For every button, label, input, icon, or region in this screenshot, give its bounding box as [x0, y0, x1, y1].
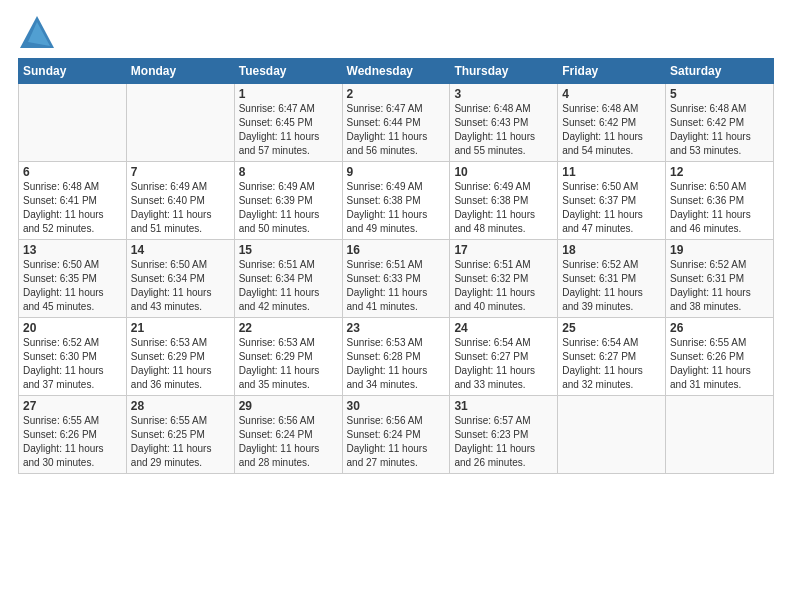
- calendar-cell: 19Sunrise: 6:52 AM Sunset: 6:31 PM Dayli…: [666, 240, 774, 318]
- calendar-cell: 17Sunrise: 6:51 AM Sunset: 6:32 PM Dayli…: [450, 240, 558, 318]
- day-number: 10: [454, 165, 553, 179]
- calendar-cell: 14Sunrise: 6:50 AM Sunset: 6:34 PM Dayli…: [126, 240, 234, 318]
- cell-info: Sunrise: 6:48 AM Sunset: 6:43 PM Dayligh…: [454, 102, 553, 158]
- day-number: 16: [347, 243, 446, 257]
- cell-info: Sunrise: 6:52 AM Sunset: 6:30 PM Dayligh…: [23, 336, 122, 392]
- cell-info: Sunrise: 6:49 AM Sunset: 6:38 PM Dayligh…: [347, 180, 446, 236]
- day-number: 26: [670, 321, 769, 335]
- logo-icon: [18, 14, 56, 52]
- cell-info: Sunrise: 6:55 AM Sunset: 6:26 PM Dayligh…: [670, 336, 769, 392]
- cell-info: Sunrise: 6:48 AM Sunset: 6:42 PM Dayligh…: [562, 102, 661, 158]
- cell-info: Sunrise: 6:49 AM Sunset: 6:39 PM Dayligh…: [239, 180, 338, 236]
- calendar-cell: [558, 396, 666, 474]
- calendar-cell: 6Sunrise: 6:48 AM Sunset: 6:41 PM Daylig…: [19, 162, 127, 240]
- day-number: 30: [347, 399, 446, 413]
- header: [18, 10, 774, 52]
- cell-info: Sunrise: 6:49 AM Sunset: 6:40 PM Dayligh…: [131, 180, 230, 236]
- calendar-cell: 20Sunrise: 6:52 AM Sunset: 6:30 PM Dayli…: [19, 318, 127, 396]
- day-number: 19: [670, 243, 769, 257]
- cell-info: Sunrise: 6:51 AM Sunset: 6:34 PM Dayligh…: [239, 258, 338, 314]
- header-row: SundayMondayTuesdayWednesdayThursdayFrid…: [19, 59, 774, 84]
- day-number: 3: [454, 87, 553, 101]
- calendar-cell: 26Sunrise: 6:55 AM Sunset: 6:26 PM Dayli…: [666, 318, 774, 396]
- day-number: 2: [347, 87, 446, 101]
- calendar-cell: 10Sunrise: 6:49 AM Sunset: 6:38 PM Dayli…: [450, 162, 558, 240]
- day-number: 5: [670, 87, 769, 101]
- calendar-cell: [666, 396, 774, 474]
- day-number: 31: [454, 399, 553, 413]
- calendar-cell: 28Sunrise: 6:55 AM Sunset: 6:25 PM Dayli…: [126, 396, 234, 474]
- calendar-cell: 30Sunrise: 6:56 AM Sunset: 6:24 PM Dayli…: [342, 396, 450, 474]
- calendar-cell: 18Sunrise: 6:52 AM Sunset: 6:31 PM Dayli…: [558, 240, 666, 318]
- day-number: 14: [131, 243, 230, 257]
- calendar-cell: 23Sunrise: 6:53 AM Sunset: 6:28 PM Dayli…: [342, 318, 450, 396]
- cell-info: Sunrise: 6:57 AM Sunset: 6:23 PM Dayligh…: [454, 414, 553, 470]
- calendar-cell: 4Sunrise: 6:48 AM Sunset: 6:42 PM Daylig…: [558, 84, 666, 162]
- calendar-cell: 11Sunrise: 6:50 AM Sunset: 6:37 PM Dayli…: [558, 162, 666, 240]
- calendar-cell: [126, 84, 234, 162]
- day-number: 23: [347, 321, 446, 335]
- day-number: 15: [239, 243, 338, 257]
- cell-info: Sunrise: 6:51 AM Sunset: 6:33 PM Dayligh…: [347, 258, 446, 314]
- calendar-cell: 12Sunrise: 6:50 AM Sunset: 6:36 PM Dayli…: [666, 162, 774, 240]
- cell-info: Sunrise: 6:50 AM Sunset: 6:35 PM Dayligh…: [23, 258, 122, 314]
- day-number: 6: [23, 165, 122, 179]
- day-number: 21: [131, 321, 230, 335]
- cell-info: Sunrise: 6:55 AM Sunset: 6:25 PM Dayligh…: [131, 414, 230, 470]
- calendar-cell: 27Sunrise: 6:55 AM Sunset: 6:26 PM Dayli…: [19, 396, 127, 474]
- calendar-week-row: 1Sunrise: 6:47 AM Sunset: 6:45 PM Daylig…: [19, 84, 774, 162]
- cell-info: Sunrise: 6:52 AM Sunset: 6:31 PM Dayligh…: [670, 258, 769, 314]
- logo: [18, 14, 58, 52]
- day-header: Wednesday: [342, 59, 450, 84]
- calendar-cell: 13Sunrise: 6:50 AM Sunset: 6:35 PM Dayli…: [19, 240, 127, 318]
- day-number: 22: [239, 321, 338, 335]
- day-number: 20: [23, 321, 122, 335]
- calendar-cell: 1Sunrise: 6:47 AM Sunset: 6:45 PM Daylig…: [234, 84, 342, 162]
- day-number: 4: [562, 87, 661, 101]
- cell-info: Sunrise: 6:56 AM Sunset: 6:24 PM Dayligh…: [239, 414, 338, 470]
- day-number: 11: [562, 165, 661, 179]
- calendar-cell: 22Sunrise: 6:53 AM Sunset: 6:29 PM Dayli…: [234, 318, 342, 396]
- day-header: Friday: [558, 59, 666, 84]
- day-number: 24: [454, 321, 553, 335]
- cell-info: Sunrise: 6:52 AM Sunset: 6:31 PM Dayligh…: [562, 258, 661, 314]
- day-header: Sunday: [19, 59, 127, 84]
- cell-info: Sunrise: 6:51 AM Sunset: 6:32 PM Dayligh…: [454, 258, 553, 314]
- calendar-cell: 21Sunrise: 6:53 AM Sunset: 6:29 PM Dayli…: [126, 318, 234, 396]
- cell-info: Sunrise: 6:50 AM Sunset: 6:34 PM Dayligh…: [131, 258, 230, 314]
- cell-info: Sunrise: 6:48 AM Sunset: 6:42 PM Dayligh…: [670, 102, 769, 158]
- day-number: 27: [23, 399, 122, 413]
- calendar-cell: [19, 84, 127, 162]
- calendar-week-row: 6Sunrise: 6:48 AM Sunset: 6:41 PM Daylig…: [19, 162, 774, 240]
- day-number: 17: [454, 243, 553, 257]
- cell-info: Sunrise: 6:50 AM Sunset: 6:37 PM Dayligh…: [562, 180, 661, 236]
- cell-info: Sunrise: 6:50 AM Sunset: 6:36 PM Dayligh…: [670, 180, 769, 236]
- day-number: 9: [347, 165, 446, 179]
- cell-info: Sunrise: 6:53 AM Sunset: 6:29 PM Dayligh…: [239, 336, 338, 392]
- cell-info: Sunrise: 6:54 AM Sunset: 6:27 PM Dayligh…: [454, 336, 553, 392]
- day-number: 7: [131, 165, 230, 179]
- calendar-cell: 2Sunrise: 6:47 AM Sunset: 6:44 PM Daylig…: [342, 84, 450, 162]
- cell-info: Sunrise: 6:47 AM Sunset: 6:44 PM Dayligh…: [347, 102, 446, 158]
- cell-info: Sunrise: 6:56 AM Sunset: 6:24 PM Dayligh…: [347, 414, 446, 470]
- page: SundayMondayTuesdayWednesdayThursdayFrid…: [0, 0, 792, 612]
- day-number: 29: [239, 399, 338, 413]
- calendar-cell: 9Sunrise: 6:49 AM Sunset: 6:38 PM Daylig…: [342, 162, 450, 240]
- cell-info: Sunrise: 6:55 AM Sunset: 6:26 PM Dayligh…: [23, 414, 122, 470]
- cell-info: Sunrise: 6:48 AM Sunset: 6:41 PM Dayligh…: [23, 180, 122, 236]
- cell-info: Sunrise: 6:47 AM Sunset: 6:45 PM Dayligh…: [239, 102, 338, 158]
- calendar-table: SundayMondayTuesdayWednesdayThursdayFrid…: [18, 58, 774, 474]
- calendar-cell: 15Sunrise: 6:51 AM Sunset: 6:34 PM Dayli…: [234, 240, 342, 318]
- cell-info: Sunrise: 6:53 AM Sunset: 6:29 PM Dayligh…: [131, 336, 230, 392]
- calendar-week-row: 20Sunrise: 6:52 AM Sunset: 6:30 PM Dayli…: [19, 318, 774, 396]
- day-header: Tuesday: [234, 59, 342, 84]
- day-header: Thursday: [450, 59, 558, 84]
- day-number: 12: [670, 165, 769, 179]
- calendar-cell: 5Sunrise: 6:48 AM Sunset: 6:42 PM Daylig…: [666, 84, 774, 162]
- day-number: 13: [23, 243, 122, 257]
- day-number: 28: [131, 399, 230, 413]
- calendar-cell: 29Sunrise: 6:56 AM Sunset: 6:24 PM Dayli…: [234, 396, 342, 474]
- day-header: Saturday: [666, 59, 774, 84]
- calendar-cell: 8Sunrise: 6:49 AM Sunset: 6:39 PM Daylig…: [234, 162, 342, 240]
- day-number: 25: [562, 321, 661, 335]
